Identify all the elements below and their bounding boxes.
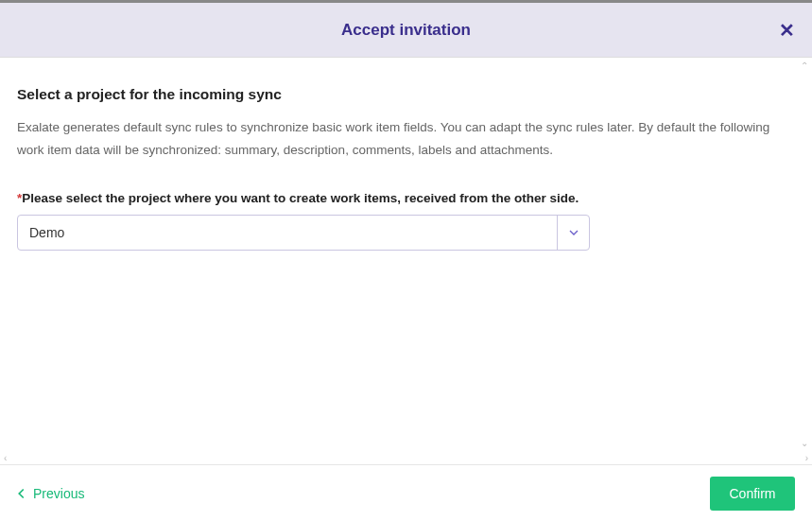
project-select[interactable]: Demo	[17, 215, 590, 251]
horizontal-scroll-track: ‹ ›	[0, 451, 812, 464]
scroll-down-icon: ⌄	[801, 438, 808, 448]
modal-footer: Previous Confirm	[0, 464, 812, 521]
scroll-left-icon: ‹	[4, 453, 7, 463]
chevron-down-icon	[557, 216, 589, 250]
previous-label: Previous	[33, 486, 84, 501]
section-description: Exalate generates default sync rules to …	[17, 116, 783, 163]
scroll-right-icon: ›	[805, 453, 808, 463]
project-field-label: *Please select the project where you wan…	[17, 191, 795, 205]
modal-body: ⌃ Select a project for the incoming sync…	[0, 58, 812, 451]
close-button[interactable]: ✕	[779, 21, 795, 40]
section-title: Select a project for the incoming sync	[17, 86, 795, 103]
previous-button[interactable]: Previous	[17, 486, 84, 501]
field-label-text: Please select the project where you want…	[22, 191, 579, 205]
modal-title: Accept invitation	[341, 21, 471, 40]
project-select-value: Demo	[18, 225, 557, 240]
accept-invitation-modal: Accept invitation ✕ ⌃ Select a project f…	[0, 0, 812, 521]
scroll-up-icon: ⌃	[801, 61, 808, 71]
modal-header: Accept invitation ✕	[0, 3, 812, 58]
confirm-button[interactable]: Confirm	[710, 477, 795, 511]
chevron-left-icon	[17, 488, 26, 499]
